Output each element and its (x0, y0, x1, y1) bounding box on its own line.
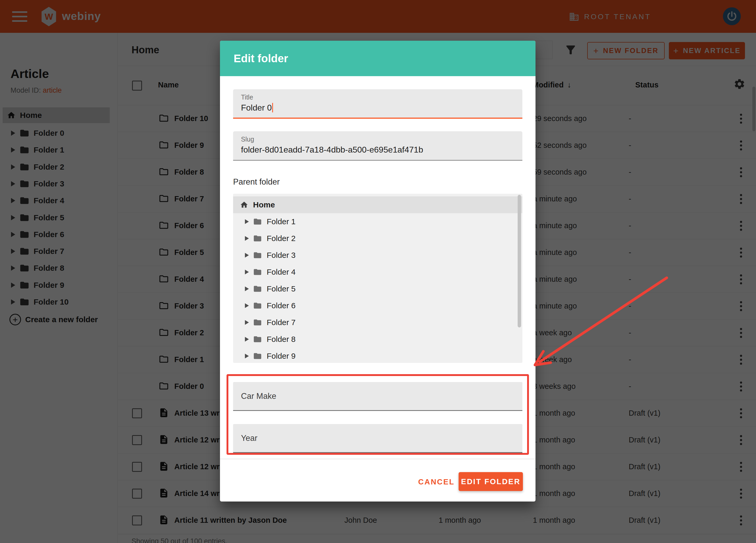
dialog-header: Edit folder (220, 41, 535, 76)
tree-item-folder-3[interactable]: Folder 3 (233, 247, 522, 264)
tree-item-home[interactable]: Home (233, 196, 522, 213)
edit-folder-dialog: Edit folder Title Folder 0 Slug folder-8… (220, 41, 535, 502)
folder-label: Folder 9 (267, 352, 296, 361)
folder-icon (253, 352, 262, 361)
folder-label: Folder 6 (267, 301, 296, 310)
tree-item-folder-5[interactable]: Folder 5 (233, 280, 522, 297)
dialog-title: Edit folder (234, 52, 288, 65)
folder-label: Folder 1 (267, 217, 296, 226)
year-label: Year (241, 424, 258, 452)
car-make-field[interactable]: Car Make (233, 382, 522, 411)
caret-right-icon (245, 320, 249, 325)
folder-label: Folder 5 (267, 284, 296, 293)
year-field[interactable]: Year (233, 424, 522, 453)
folder-icon (253, 234, 262, 243)
folder-icon (253, 318, 262, 327)
folder-icon (253, 301, 262, 310)
tree-item-folder-2[interactable]: Folder 2 (233, 230, 522, 247)
title-field-label: Title (241, 93, 253, 101)
parent-folder-tree: Home Folder 1 Folder 2 Folder 3 Folder 4… (233, 194, 522, 363)
tree-item-folder-6[interactable]: Folder 6 (233, 297, 522, 314)
tree-scrollbar-thumb[interactable] (518, 195, 521, 327)
tree-item-folder-9[interactable]: Folder 9 (233, 348, 522, 363)
slug-field[interactable]: Slug folder-8d01eadd-7a18-4dbb-a500-e695… (233, 131, 522, 161)
caret-right-icon (245, 236, 249, 241)
caret-right-icon (245, 337, 249, 342)
slug-field-label: Slug (241, 135, 254, 143)
car-make-label: Car Make (241, 382, 276, 410)
folder-icon (253, 251, 262, 260)
folder-label: Folder 8 (267, 335, 296, 344)
edit-folder-button[interactable]: EDIT FOLDER (459, 472, 523, 491)
tree-item-folder-4[interactable]: Folder 4 (233, 264, 522, 280)
slug-field-value: folder-8d01eadd-7a18-4dbb-a500-e695e1af4… (241, 145, 423, 155)
folder-label: Folder 4 (267, 268, 296, 276)
tree-item-folder-1[interactable]: Folder 1 (233, 213, 522, 230)
caret-right-icon (245, 303, 249, 308)
tree-item-folder-8[interactable]: Folder 8 (233, 331, 522, 348)
cancel-button[interactable]: CANCEL (418, 475, 452, 488)
folder-icon (253, 268, 262, 276)
caret-right-icon (245, 286, 249, 291)
folder-label: Folder 3 (267, 251, 296, 260)
folder-icon (253, 335, 262, 344)
caret-right-icon (245, 270, 249, 274)
title-field[interactable]: Title Folder 0 (233, 89, 522, 119)
home-icon (240, 201, 248, 209)
caret-right-icon (245, 219, 249, 224)
folder-icon (253, 284, 262, 293)
parent-folder-label: Parent folder (233, 177, 280, 187)
tree-item-folder-7[interactable]: Folder 7 (233, 314, 522, 331)
text-cursor (272, 103, 273, 112)
folder-label: Folder 7 (267, 318, 296, 327)
title-field-value: Folder 0 (241, 103, 273, 113)
caret-right-icon (245, 253, 249, 258)
folder-label: Folder 2 (267, 234, 296, 243)
dialog-footer-divider (220, 459, 535, 459)
folder-icon (253, 217, 262, 226)
caret-right-icon (245, 354, 249, 358)
